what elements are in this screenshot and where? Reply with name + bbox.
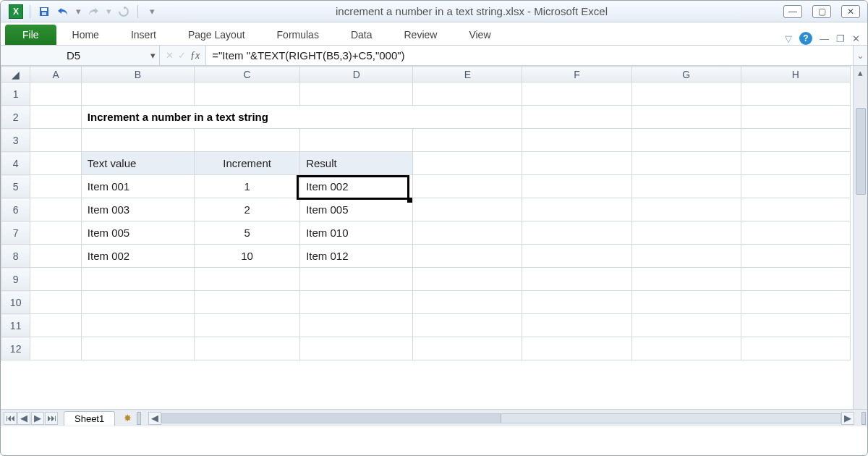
col-header-a[interactable]: A <box>30 67 82 83</box>
undo-button[interactable] <box>55 4 71 20</box>
cell-b8[interactable]: Item 002 <box>81 245 194 268</box>
enter-formula-icon: ✓ <box>178 50 186 61</box>
tab-split-handle[interactable] <box>137 412 141 425</box>
row-header[interactable]: 8 <box>1 245 30 268</box>
sheet-nav-prev-icon[interactable]: ◀ <box>17 412 30 425</box>
new-sheet-icon[interactable]: ✸ <box>119 412 135 425</box>
workbook-close-icon[interactable]: ✕ <box>852 33 860 44</box>
cell-b5[interactable]: Item 001 <box>81 175 194 198</box>
row-header[interactable]: 7 <box>1 221 30 245</box>
col-header-c[interactable]: C <box>195 67 300 83</box>
title-bar: X ▾ ▾ ▾ increment a number in a text str… <box>1 1 867 22</box>
name-box[interactable]: D5 ▾ <box>1 46 160 65</box>
row-header[interactable]: 1 <box>1 83 30 106</box>
row-header[interactable]: 10 <box>1 291 30 314</box>
svg-rect-2 <box>42 12 46 15</box>
sheet-tab[interactable]: Sheet1 <box>64 411 115 426</box>
quick-access-toolbar: X ▾ ▾ ▾ <box>8 4 160 20</box>
redo-dropdown-icon[interactable]: ▾ <box>104 4 113 20</box>
worksheet-area: ◢ A B C D E F G H 1 2Increment a number … <box>1 66 867 426</box>
name-box-dropdown-icon[interactable]: ▾ <box>146 46 159 65</box>
cell-d7[interactable]: Item 010 <box>300 221 413 245</box>
vertical-scrollbar[interactable]: ▴ ▾ <box>853 66 867 426</box>
row-header[interactable]: 9 <box>1 268 30 291</box>
scroll-thumb[interactable] <box>856 108 866 195</box>
redo-button[interactable] <box>85 4 101 20</box>
col-header-d[interactable]: D <box>300 67 413 83</box>
sheet-nav-last-icon[interactable]: ⏭ <box>45 412 58 425</box>
scroll-up-icon[interactable]: ▴ <box>854 66 867 79</box>
window-title: increment a number in a text string.xlsx… <box>160 5 783 17</box>
tab-formulas[interactable]: Formulas <box>261 25 335 45</box>
row-header[interactable]: 3 <box>1 129 30 152</box>
cell-c8[interactable]: 10 <box>195 245 300 268</box>
cell-d6[interactable]: Item 005 <box>300 198 413 221</box>
tab-insert[interactable]: Insert <box>115 25 172 45</box>
col-header-h[interactable]: H <box>741 67 850 83</box>
formula-bar-row: D5 ▾ ✕ ✓ ƒx ⌄ <box>1 46 867 66</box>
workbook-restore-icon[interactable]: ❐ <box>836 33 845 44</box>
hscroll-thumb[interactable] <box>162 414 501 423</box>
sheet-nav-buttons: ⏮ ◀ ▶ ⏭ <box>1 412 61 425</box>
cell-c6[interactable]: 2 <box>195 198 300 221</box>
cell-b7[interactable]: Item 005 <box>81 221 194 245</box>
col-header-b[interactable]: B <box>81 67 194 83</box>
table-header-result[interactable]: Result <box>300 152 413 175</box>
select-all-corner[interactable]: ◢ <box>1 67 30 83</box>
hscroll-split-handle[interactable] <box>861 412 866 425</box>
cell-c7[interactable]: 5 <box>195 221 300 245</box>
scroll-right-icon[interactable]: ▶ <box>841 412 854 425</box>
scroll-left-icon[interactable]: ◀ <box>148 412 161 425</box>
cell-c5[interactable]: 1 <box>195 175 300 198</box>
customize-qat-icon[interactable]: ▾ <box>144 4 160 20</box>
table-header-increment[interactable]: Increment <box>195 152 300 175</box>
tab-view[interactable]: View <box>453 25 506 45</box>
cancel-formula-icon: ✕ <box>166 50 174 61</box>
sheet-nav-first-icon[interactable]: ⏮ <box>4 412 17 425</box>
table-header-textvalue[interactable]: Text value <box>81 152 194 175</box>
formula-input[interactable] <box>206 46 853 65</box>
name-box-value[interactable]: D5 <box>1 46 146 64</box>
help-icon[interactable]: ? <box>799 32 812 45</box>
tab-review[interactable]: Review <box>388 25 454 45</box>
tab-home[interactable]: Home <box>56 25 115 45</box>
cell-d5[interactable]: Item 002 <box>300 175 413 198</box>
row-header[interactable]: 4 <box>1 152 30 175</box>
close-button[interactable]: ✕ <box>841 5 860 18</box>
cell-b6[interactable]: Item 003 <box>81 198 194 221</box>
col-header-f[interactable]: F <box>522 67 631 83</box>
col-header-e[interactable]: E <box>413 67 522 83</box>
row-header[interactable]: 5 <box>1 175 30 198</box>
excel-logo-icon[interactable]: X <box>8 4 24 20</box>
fx-icon[interactable]: ƒx <box>190 50 200 62</box>
row-header[interactable]: 11 <box>1 314 30 337</box>
cell-d8[interactable]: Item 012 <box>300 245 413 268</box>
window-controls: ― ▢ ✕ <box>783 5 860 18</box>
row-header[interactable]: 6 <box>1 198 30 221</box>
maximize-button[interactable]: ▢ <box>812 5 831 18</box>
row-header[interactable]: 12 <box>1 337 30 360</box>
qat-separator <box>137 5 138 18</box>
repeat-button[interactable] <box>116 4 132 20</box>
workbook-minimize-icon[interactable]: ― <box>820 33 829 44</box>
minimize-button[interactable]: ― <box>783 5 802 18</box>
horizontal-scrollbar[interactable]: ◀ ▶ <box>148 413 854 424</box>
worksheet-grid[interactable]: ◢ A B C D E F G H 1 2Increment a number … <box>1 66 851 360</box>
sheet-nav-next-icon[interactable]: ▶ <box>31 412 44 425</box>
save-button[interactable] <box>36 4 52 20</box>
row-header[interactable]: 2 <box>1 106 30 129</box>
tab-page-layout[interactable]: Page Layout <box>172 25 261 45</box>
expand-formula-bar-icon[interactable]: ⌄ <box>853 46 867 65</box>
col-header-g[interactable]: G <box>631 67 741 83</box>
ribbon: File Home Insert Page Layout Formulas Da… <box>1 22 867 46</box>
tab-data[interactable]: Data <box>335 25 388 45</box>
file-tab[interactable]: File <box>5 25 56 45</box>
sheet-title[interactable]: Increment a number in a text string <box>81 106 522 129</box>
sheet-tab-bar: ⏮ ◀ ▶ ⏭ Sheet1 ✸ ◀ ▶ <box>1 409 867 426</box>
formula-bar-buttons: ✕ ✓ ƒx <box>160 46 206 65</box>
svg-rect-1 <box>41 8 47 11</box>
undo-dropdown-icon[interactable]: ▾ <box>74 4 82 20</box>
ribbon-minimize-icon[interactable]: ▽ <box>785 33 792 44</box>
qat-separator <box>30 5 30 18</box>
